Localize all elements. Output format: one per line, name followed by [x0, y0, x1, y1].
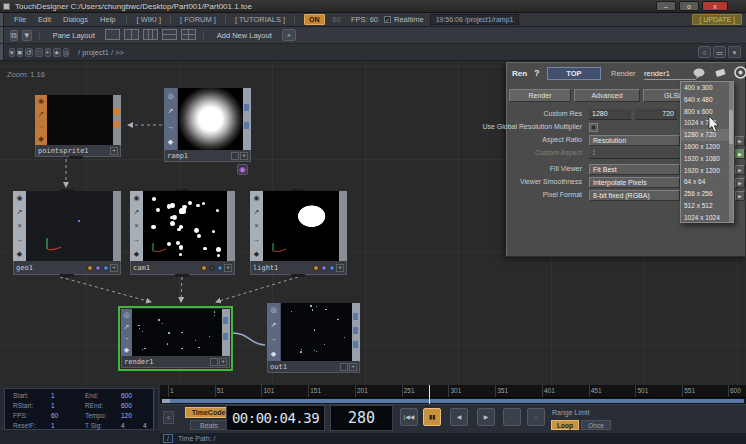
maximize-button[interactable]: o — [679, 1, 699, 11]
help-button[interactable]: ? — [534, 68, 540, 78]
jump-start-button[interactable]: |◀◀ — [400, 408, 418, 426]
flag-lock-icon[interactable]: ◆ — [38, 135, 43, 143]
node-flags[interactable]: ◎↗→◆ — [121, 309, 132, 356]
prev-button[interactable]: < — [163, 411, 174, 424]
layout-preset-2[interactable] — [124, 29, 139, 40]
flag-edit-icon[interactable]: ↗ — [254, 208, 260, 216]
flag-display-icon[interactable]: ◉ — [38, 97, 44, 105]
realtime-checkbox[interactable]: ✓ — [384, 16, 391, 23]
node-out1[interactable]: ◎↗→◆ out1 + — [267, 303, 360, 373]
render-flag-dot[interactable] — [201, 265, 207, 271]
minimize-button[interactable]: – — [656, 1, 676, 11]
setting-value-end[interactable]: 600 — [121, 392, 132, 399]
flag-lock-icon[interactable]: ◆ — [124, 346, 129, 354]
pane-grip[interactable] — [0, 13, 4, 26]
frame-display[interactable]: 280 — [330, 405, 393, 431]
node-expand-button[interactable]: + — [240, 152, 248, 160]
flag-lock-icon[interactable]: ◆ — [254, 250, 259, 258]
param-menu-arrow-pixel-format[interactable]: ▶ — [735, 191, 745, 201]
node-geo1[interactable]: ◉↗×→◆ geo1 + — [13, 191, 121, 275]
node-expand-button[interactable]: + — [110, 264, 118, 272]
param-menu-fill-viewer[interactable]: Fit Best — [589, 164, 680, 175]
setting-value-tsig-2[interactable]: 4 — [143, 422, 147, 429]
pane-drop-icon[interactable]: ▼ — [22, 30, 32, 41]
connector-nub[interactable] — [353, 313, 358, 320]
eraser-icon[interactable] — [714, 68, 727, 79]
wiki-link[interactable]: [ WIKI ] — [136, 15, 161, 24]
param-toggle-use-global-resolution-multiplier[interactable] — [589, 123, 598, 132]
timeline-scroll-strip[interactable] — [154, 388, 159, 430]
collapse-icon[interactable]: ▾ — [728, 46, 741, 58]
flag-lock-icon[interactable]: ◆ — [168, 138, 173, 146]
output-connectors[interactable] — [222, 309, 230, 356]
res-option-400x300[interactable]: 400 x 300 — [681, 82, 733, 94]
display-flag-dot[interactable] — [321, 265, 327, 271]
setting-value-resetf[interactable]: 1 — [51, 422, 55, 429]
node-flag-box[interactable] — [340, 363, 348, 371]
flag-delete-icon[interactable]: × — [17, 222, 21, 230]
flag-bypass-icon[interactable]: → — [16, 236, 23, 244]
play-forward-button[interactable]: ▶ — [477, 408, 495, 426]
node-flags[interactable]: ◉↗→◆ — [35, 95, 47, 145]
display-icon[interactable]: ▭ — [713, 46, 726, 58]
connector-tab[interactable] — [175, 274, 189, 277]
connector-tab[interactable] — [291, 274, 305, 277]
res-option-800x600[interactable]: 800 x 600 — [681, 106, 733, 118]
back-icon[interactable]: ↺ — [25, 48, 33, 57]
output-connectors[interactable] — [113, 95, 121, 145]
connector-tab[interactable] — [69, 156, 83, 159]
connector-nub[interactable] — [244, 122, 249, 129]
menu-file[interactable]: File — [14, 15, 26, 24]
connector-nub[interactable] — [353, 341, 358, 348]
setting-value-tsig[interactable]: 4 — [121, 422, 125, 429]
node-cam1[interactable]: ◉↗×→◆ cam1 + — [130, 191, 235, 275]
timecode-mode-button[interactable]: TimeCode — [185, 407, 232, 418]
flag-delete-icon[interactable]: × — [134, 222, 138, 230]
param-field-custom-res-w[interactable]: 1280 — [589, 109, 631, 120]
pointsprite1-viewer[interactable] — [47, 95, 113, 145]
flag-lock-icon[interactable]: ◆ — [17, 250, 22, 258]
node-flags[interactable]: ◉↗×→◆ — [13, 191, 26, 261]
res-option-1920x1200[interactable]: 1920 x 1200 — [681, 165, 733, 177]
node-flags[interactable]: ◎↗→◆ — [164, 88, 178, 150]
param-menu-arrow-fill-viewer[interactable]: ▶ — [735, 165, 745, 175]
flag-bypass-icon[interactable]: → — [167, 123, 174, 131]
render-flag-dot[interactable] — [313, 265, 319, 271]
once-button[interactable]: Once — [581, 420, 611, 430]
setting-value-start[interactable]: 1 — [51, 392, 55, 399]
flag-edit-icon[interactable]: ↗ — [168, 107, 174, 115]
pickable-flag-dot[interactable] — [329, 265, 335, 271]
connector-nub[interactable] — [114, 108, 119, 115]
param-field-custom-aspect[interactable]: 1 — [589, 148, 680, 159]
op-family-label[interactable]: Ren — [512, 69, 527, 78]
pane-grip[interactable] — [0, 27, 4, 43]
node-render1[interactable]: ◎↗→◆ render1 + — [121, 309, 230, 368]
tutorials-link[interactable]: [ TUTORIALS ] — [235, 15, 285, 24]
flag-display-icon[interactable]: ◉ — [16, 194, 22, 202]
stop-icon[interactable]: ■ — [17, 48, 23, 57]
param-menu-arrow-aspect-ratio[interactable]: ▶ — [735, 136, 745, 146]
node-pointsprite1[interactable]: ◉↗→◆ pointsprite1 + — [35, 95, 121, 157]
time-path-icon[interactable]: / — [163, 434, 173, 443]
connector-nub[interactable] — [223, 333, 228, 340]
res-option-64x64[interactable]: 64 x 64 — [681, 176, 733, 188]
playhead[interactable] — [429, 385, 430, 404]
connector-nub[interactable] — [244, 104, 249, 111]
node-expand-button[interactable]: + — [349, 363, 357, 371]
timecode-display[interactable]: 00:00:04.39 — [226, 405, 325, 431]
flag-bypass-icon[interactable]: → — [38, 122, 45, 130]
menu-edit[interactable]: Edit — [38, 15, 51, 24]
pane-type-menu-icon[interactable]: ▾ — [9, 48, 15, 57]
node-ramp1[interactable]: ◎↗→◆ ramp1 + ◉ — [164, 88, 251, 162]
flag-display-icon[interactable]: ◉ — [133, 194, 139, 202]
ramp1-viewer[interactable] — [178, 88, 243, 150]
pane-grip[interactable] — [0, 44, 4, 60]
flag-display-icon[interactable]: ◉ — [253, 194, 259, 202]
connector-nub[interactable] — [223, 317, 228, 324]
node-expand-button[interactable]: + — [336, 264, 344, 272]
pickable-flag-dot[interactable] — [217, 265, 223, 271]
range-bar-fill[interactable] — [162, 399, 744, 403]
layout-preset-4[interactable] — [162, 29, 177, 40]
node-expand-button[interactable]: + — [110, 147, 118, 155]
frame-ruler[interactable]: 151101151201251301351401451501551600 — [160, 385, 746, 398]
